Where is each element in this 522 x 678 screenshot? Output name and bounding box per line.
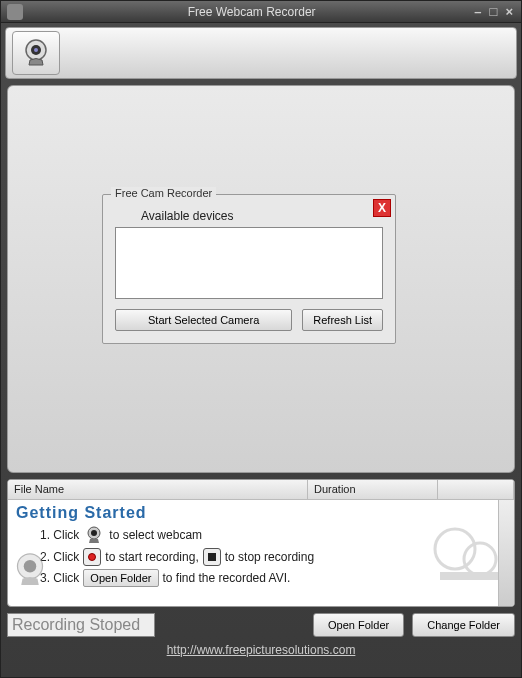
gs-step1-text-b: to select webcam [109,528,202,542]
titlebar: Free Webcam Recorder – □ × [1,1,521,23]
dialog-close-button[interactable]: X [373,199,391,217]
toolbar [5,27,517,79]
gs-step1-text-a: 1. Click [40,528,79,542]
refresh-list-button[interactable]: Refresh List [302,309,383,331]
footer-link[interactable]: http://www.freepicturesolutions.com [167,643,356,657]
device-listbox[interactable] [115,227,383,299]
recordings-panel: File Name Duration Getting Started 1. Cl… [7,479,515,607]
open-folder-hint-button[interactable]: Open Folder [83,569,158,587]
minimize-button[interactable]: – [474,4,481,19]
list-header: File Name Duration [8,480,514,500]
available-devices-label: Available devices [141,209,383,223]
window-title: Free Webcam Recorder [29,5,474,19]
preview-panel: Free Cam Recorder X Available devices St… [7,85,515,473]
gs-step2-text-c: to stop recording [225,550,314,564]
change-folder-button[interactable]: Change Folder [412,613,515,637]
bottom-bar: Recording Stoped Open Folder Change Fold… [7,613,515,637]
svg-point-2 [34,48,38,52]
close-window-button[interactable]: × [505,4,513,19]
app-icon [7,4,23,20]
select-webcam-button[interactable] [12,31,60,75]
app-window: Free Webcam Recorder – □ × Free Cam Reco… [0,0,522,678]
footer: http://www.freepicturesolutions.com [1,643,521,657]
gs-step2-text-b: to start recording, [105,550,198,564]
svg-point-9 [91,530,97,536]
open-folder-button[interactable]: Open Folder [313,613,404,637]
svg-rect-7 [440,572,500,580]
stop-icon [203,548,221,566]
getting-started: Getting Started 1. Click to select webca… [8,500,514,587]
webcam-mini-icon [83,525,105,545]
record-icon [83,548,101,566]
maximize-button[interactable]: □ [490,4,498,19]
svg-point-6 [464,543,496,575]
column-spacer [438,480,514,499]
status-text: Recording Stoped [7,613,155,637]
start-camera-button[interactable]: Start Selected Camera [115,309,292,331]
gs-step3-text-b: to find the recorded AVI. [163,571,291,585]
getting-started-title: Getting Started [16,504,506,522]
column-filename[interactable]: File Name [8,480,308,499]
dialog-legend: Free Cam Recorder [111,187,216,199]
column-duration[interactable]: Duration [308,480,438,499]
webcam-decoration-icon [10,550,50,592]
svg-point-4 [24,560,37,573]
device-dialog: Free Cam Recorder X Available devices St… [102,194,396,344]
scrollbar[interactable] [498,500,514,606]
webcam-icon [20,37,52,69]
